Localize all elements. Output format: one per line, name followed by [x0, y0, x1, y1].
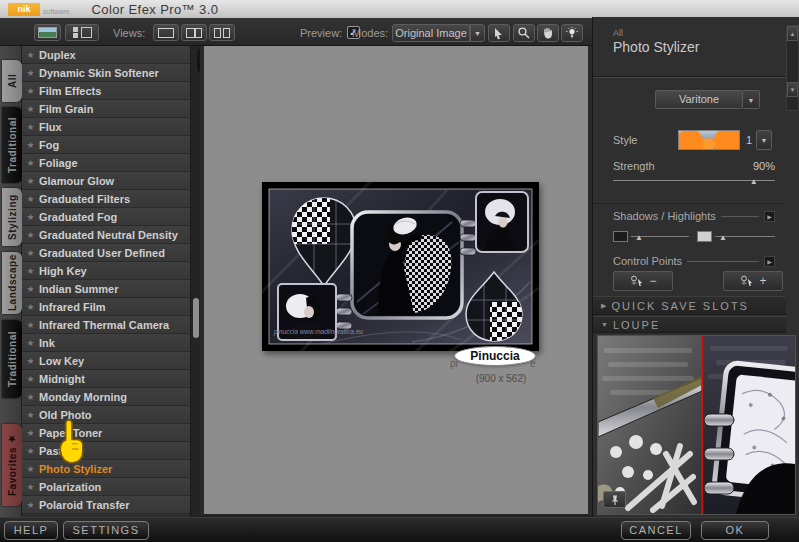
filter-item[interactable]: ★Monday Morning [22, 388, 190, 406]
star-icon[interactable]: ★ [22, 446, 39, 456]
select-tool-button[interactable] [488, 24, 510, 42]
nik-logo-subtext: software [43, 8, 69, 15]
category-tab-traditional[interactable]: Traditional [2, 107, 22, 183]
star-icon[interactable]: ★ [22, 122, 39, 132]
star-icon[interactable]: ★ [22, 230, 39, 240]
filter-item[interactable]: ★Film Grain [22, 100, 190, 118]
category-tab-favorites[interactable]: Favorites★ [2, 424, 22, 506]
filter-list-scrollbar[interactable] [190, 46, 200, 517]
strength-slider[interactable]: ▲ [613, 178, 775, 188]
filter-item[interactable]: ★Glamour Glow [22, 172, 190, 190]
modes-dropdown[interactable]: Original Image [392, 24, 470, 42]
filter-item[interactable]: ★Infrared Film [22, 298, 190, 316]
settings-button[interactable]: SETTINGS [63, 521, 149, 540]
filter-item[interactable]: ★Polaroid Transfer [22, 496, 190, 514]
filter-item[interactable]: ★Midnight [22, 370, 190, 388]
category-tab-traditional[interactable]: Traditional [2, 320, 22, 398]
image-thumbnail-button[interactable] [34, 24, 61, 41]
filter-item[interactable]: ★Flux [22, 118, 190, 136]
slider-handle[interactable]: ▲ [635, 233, 643, 243]
filter-item[interactable]: ★Low Key [22, 352, 190, 370]
filter-item[interactable]: ★Graduated Fog [22, 208, 190, 226]
star-icon[interactable]: ★ [22, 266, 39, 276]
scroll-up-button[interactable]: ▲ [787, 26, 798, 41]
star-icon[interactable]: ★ [22, 248, 39, 258]
filter-label: Monday Morning [39, 391, 127, 403]
star-icon[interactable]: ★ [22, 374, 39, 384]
filter-item[interactable]: ★Polarization [22, 478, 190, 496]
modes-dropdown-arrow[interactable]: ▼ [470, 24, 485, 42]
filter-item[interactable]: ★Paper Toner [22, 424, 190, 442]
cancel-button[interactable]: CANCEL [621, 521, 691, 540]
star-icon[interactable]: ★ [22, 356, 39, 366]
star-icon[interactable]: ★ [22, 212, 39, 222]
star-icon[interactable]: ★ [22, 158, 39, 168]
filter-list-toggle-button[interactable] [65, 24, 99, 41]
shadows-highlights-expand-button[interactable]: ▶ [764, 211, 775, 222]
slider-handle[interactable]: ▲ [750, 177, 758, 187]
lightbulb-tool-button[interactable] [561, 24, 583, 42]
filter-item[interactable]: ★Fog [22, 136, 190, 154]
star-icon[interactable]: ★ [22, 428, 39, 438]
filter-item[interactable]: ★Duplex [22, 46, 190, 64]
category-tab-all[interactable]: All [2, 60, 22, 102]
ok-button[interactable]: OK [701, 521, 769, 540]
filter-item[interactable]: ★Graduated User Defined [22, 244, 190, 262]
star-icon[interactable]: ★ [22, 302, 39, 312]
scrollbar-handle[interactable] [193, 298, 199, 338]
scroll-down-button[interactable]: ▼ [787, 82, 798, 97]
star-icon[interactable]: ★ [22, 284, 39, 294]
star-icon[interactable]: ★ [22, 320, 39, 330]
view-side-by-side-button[interactable] [209, 24, 235, 41]
highlights-slider[interactable]: ▲ [697, 229, 775, 243]
category-tab-stylizing[interactable]: Stylizing [2, 188, 22, 246]
filter-item[interactable]: ★Photo Stylizer [22, 460, 190, 478]
view-split-button[interactable] [181, 24, 207, 41]
category-tab-landscape[interactable]: Landscape [2, 252, 22, 314]
filter-item[interactable]: ★Film Effects [22, 82, 190, 100]
star-icon[interactable]: ★ [22, 86, 39, 96]
star-icon[interactable]: ★ [22, 194, 39, 204]
filter-item[interactable]: ★Dynamic Skin Softener [22, 64, 190, 82]
loupe-section[interactable]: ▼ LOUPE [593, 316, 786, 333]
pan-tool-button[interactable] [537, 24, 559, 42]
quick-save-slots-section[interactable]: ▶ QUICK SAVE SLOTS [593, 296, 786, 315]
filter-item[interactable]: ★Graduated Filters [22, 190, 190, 208]
filter-item[interactable]: ★Infrared Thermal Camera [22, 316, 190, 334]
method-dropdown-arrow[interactable]: ▼ [743, 90, 760, 109]
view-single-button[interactable] [153, 24, 179, 41]
method-dropdown[interactable]: Varitone [655, 90, 743, 109]
filter-item[interactable]: ★Pastel [22, 442, 190, 460]
style-dropdown-arrow[interactable]: ▼ [756, 130, 772, 150]
star-icon[interactable]: ★ [22, 176, 39, 186]
star-icon[interactable]: ★ [22, 464, 39, 474]
filter-item[interactable]: ★Indian Summer [22, 280, 190, 298]
remove-control-point-button[interactable]: − [613, 271, 673, 291]
help-button[interactable]: HELP [4, 521, 58, 540]
star-icon[interactable]: ★ [22, 104, 39, 114]
strength-value: 90% [741, 160, 775, 172]
style-swatch[interactable] [678, 130, 740, 150]
shadows-slider[interactable]: ▲ [613, 229, 689, 243]
filter-item[interactable]: ★Ink [22, 334, 190, 352]
loupe-pin-button[interactable] [603, 491, 626, 508]
loupe-split-line[interactable] [701, 336, 703, 514]
control-points-expand-button[interactable]: ▶ [764, 256, 775, 267]
star-icon[interactable]: ★ [22, 392, 39, 402]
filter-label: Duplex [39, 49, 76, 61]
slider-handle[interactable]: ▲ [719, 233, 727, 243]
panel-scrollbar[interactable]: ▲ ▼ [786, 25, 799, 111]
star-icon[interactable]: ★ [22, 500, 39, 510]
star-icon[interactable]: ★ [22, 140, 39, 150]
filter-item[interactable]: ★Old Photo [22, 406, 190, 424]
filter-item[interactable]: ★High Key [22, 262, 190, 280]
zoom-tool-button[interactable] [513, 24, 535, 42]
star-icon[interactable]: ★ [22, 68, 39, 78]
star-icon[interactable]: ★ [22, 410, 39, 420]
star-icon[interactable]: ★ [22, 338, 39, 348]
add-control-point-button[interactable]: + [723, 271, 783, 291]
star-icon[interactable]: ★ [22, 50, 39, 60]
star-icon[interactable]: ★ [22, 482, 39, 492]
filter-item[interactable]: ★Graduated Neutral Density [22, 226, 190, 244]
filter-item[interactable]: ★Foliage [22, 154, 190, 172]
